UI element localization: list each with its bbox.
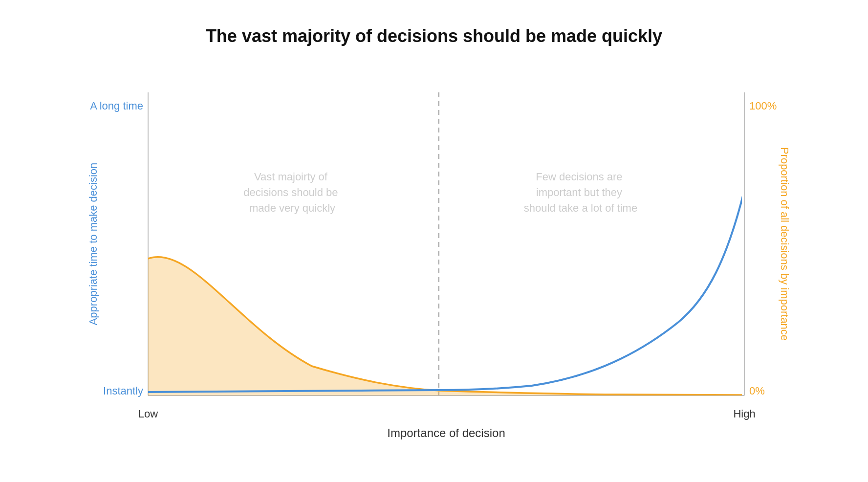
left-axis-rotated-label: Appropriate time to make decision [87, 163, 99, 326]
x-axis-center-label: Importance of decision [387, 426, 505, 439]
annotation-right: Few decisions are important but they sho… [524, 171, 637, 214]
chart-container: The vast majority of decisions should be… [43, 21, 825, 461]
chart-title: The vast majority of decisions should be… [206, 26, 662, 46]
right-axis-bottom-label: 0% [749, 385, 765, 397]
chart-area: A long time Instantly 100% 0% Low High A… [43, 61, 825, 461]
right-axis-top-label: 100% [749, 100, 777, 112]
chart-svg: A long time Instantly 100% 0% Low High A… [67, 83, 801, 439]
right-axis-rotated-label: Proportion of all decisions by importanc… [779, 147, 791, 341]
x-axis-low-label: Low [138, 408, 158, 420]
annotation-left: Vast majoirty of decisions should be mad… [243, 171, 341, 214]
left-axis-bottom-label: Instantly [103, 385, 143, 397]
left-axis-top-label: A long time [90, 100, 143, 112]
x-axis-high-label: High [733, 408, 755, 420]
